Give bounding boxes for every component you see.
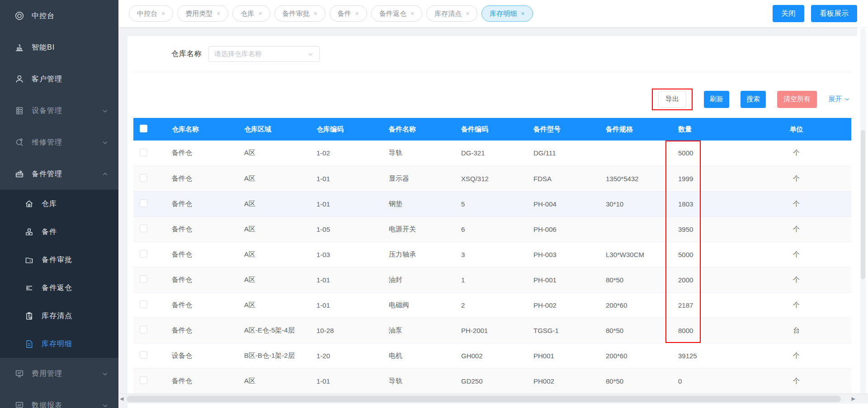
- close-icon[interactable]: ×: [466, 10, 469, 17]
- cell-数量: 1803: [669, 191, 741, 216]
- sidebar-item-库存明细[interactable]: 库存明细: [0, 330, 118, 358]
- scroll-left-icon[interactable]: ◀: [120, 396, 123, 402]
- tab-label: 库存清点: [434, 9, 462, 18]
- topbar: 中控台×费用类型×仓库×备件审批×备件×备件返仓×库存清点×库存明细× 关闭 看…: [118, 0, 868, 27]
- horizontal-scrollbar[interactable]: ◀ ▶: [118, 394, 868, 403]
- tab-label: 备件返仓: [379, 9, 406, 18]
- sidebar-item-智能BI[interactable]: 智能BI: [0, 32, 118, 63]
- row-checkbox[interactable]: [140, 174, 147, 182]
- vertical-scrollbar-thumb[interactable]: [861, 130, 865, 279]
- scroll-right-icon[interactable]: ▶: [852, 396, 855, 402]
- close-icon[interactable]: ×: [217, 10, 220, 17]
- row-checkbox[interactable]: [140, 300, 147, 308]
- table-row[interactable]: 备件仓A区1-01油封1PH-00180*502000个: [133, 267, 851, 292]
- cell-备件名称: 油泵: [380, 318, 452, 343]
- sidebar-item-中控台[interactable]: 中控台: [0, 0, 118, 32]
- table-header-row: 仓库名称仓库区域仓库编码备件名称备件编码备件型号备件规格数量单位: [133, 118, 851, 141]
- table-row[interactable]: 备件仓A区1-01显示器XSQ/312FDSA1350*54321999个: [133, 166, 851, 191]
- repair-icon: [14, 137, 24, 147]
- tab-备件审批[interactable]: 备件审批×: [274, 5, 326, 22]
- sidebar: 中控台智能BI客户管理设备管理维修管理备件管理 仓库备件备件审批备件返仓库存清点…: [0, 0, 118, 408]
- select-all-checkbox[interactable]: [140, 125, 147, 132]
- close-icon[interactable]: ×: [314, 10, 317, 17]
- expense-icon: [14, 369, 24, 379]
- column-header-仓库名称: 仓库名称: [163, 118, 235, 141]
- cell-仓库名称: 备件仓: [163, 267, 235, 292]
- sidebar-item-label: 智能BI: [32, 43, 55, 52]
- tab-label: 备件审批: [283, 9, 310, 18]
- tab-label: 中控台: [137, 9, 157, 18]
- cell-备件型号: PH-006: [524, 216, 597, 242]
- sidebar-item-费用管理[interactable]: 费用管理: [0, 358, 118, 389]
- cell-备件编码: XSQ/312: [452, 166, 524, 191]
- expand-link[interactable]: 展开: [828, 95, 850, 103]
- row-checkbox[interactable]: [140, 376, 147, 384]
- row-checkbox[interactable]: [140, 275, 147, 283]
- table-row[interactable]: 备件仓A区1-01钢垫5PH-00430*101803个: [133, 191, 851, 216]
- row-checkbox[interactable]: [140, 149, 147, 156]
- row-checkbox[interactable]: [140, 351, 147, 359]
- cell-备件名称: 电机: [380, 343, 452, 368]
- sidebar-item-label: 维修管理: [32, 138, 62, 147]
- cell-单位: 个: [741, 166, 851, 191]
- content-area: 仓库名称 请选择仓库名称 导出 刷新 搜索 清空所有 展开: [118, 27, 868, 408]
- warehouse-select[interactable]: 请选择仓库名称: [208, 46, 320, 62]
- actions-row: 导出 刷新 搜索 清空所有 展开: [127, 72, 857, 118]
- row-checkbox[interactable]: [140, 250, 147, 258]
- sidebar-item-客户管理[interactable]: 客户管理: [0, 63, 118, 95]
- sidebar-item-备件返仓[interactable]: 备件返仓: [0, 274, 118, 302]
- row-checkbox[interactable]: [140, 225, 147, 232]
- board-display-button[interactable]: 看板展示: [811, 5, 857, 22]
- cell-备件型号: PH-004: [524, 191, 597, 216]
- close-icon[interactable]: ×: [521, 10, 524, 17]
- sidebar-item-label: 设备管理: [32, 106, 62, 116]
- table-row[interactable]: 备件仓A区1-01导轨GD250PH00280*500个: [133, 368, 851, 394]
- cell-备件规格: 200*60: [597, 343, 669, 368]
- table-row[interactable]: 备件仓A区1-02导轨DG-321DG/1115000个: [133, 141, 851, 166]
- close-button[interactable]: 关闭: [773, 5, 804, 22]
- sidebar-item-label: 客户管理: [32, 75, 62, 84]
- close-icon[interactable]: ×: [161, 10, 165, 17]
- search-button[interactable]: 搜索: [741, 91, 766, 108]
- cell-备件型号: PH002: [524, 368, 597, 394]
- row-checkbox[interactable]: [140, 199, 147, 207]
- sidebar-item-数据报表[interactable]: 数据报表: [0, 389, 118, 408]
- clear-all-button[interactable]: 清空所有: [777, 91, 817, 108]
- sidebar-item-库存清点[interactable]: 库存清点: [0, 302, 118, 330]
- tab-备件返仓[interactable]: 备件返仓×: [371, 5, 422, 22]
- cell-单位: 个: [741, 292, 851, 318]
- tab-备件[interactable]: 备件×: [330, 5, 367, 22]
- horizontal-scrollbar-thumb[interactable]: [127, 396, 841, 402]
- row-checkbox[interactable]: [140, 326, 147, 333]
- table-row[interactable]: 设备仓B区-B仓-1架-2层1-20电机GH002PH001200*603912…: [133, 343, 851, 368]
- sidebar-item-维修管理[interactable]: 维修管理: [0, 127, 118, 158]
- select-placeholder: 请选择仓库名称: [214, 50, 307, 58]
- cell-仓库编码: 1-01: [307, 292, 380, 318]
- tab-费用类型[interactable]: 费用类型×: [177, 5, 228, 22]
- table-row[interactable]: 备件仓A区1-03压力轴承3PH-003L30*W30CM5000个: [133, 242, 851, 267]
- export-button[interactable]: 导出: [658, 91, 686, 108]
- close-icon[interactable]: ×: [355, 10, 359, 17]
- approval-icon: [24, 255, 34, 265]
- tab-库存清点[interactable]: 库存清点×: [426, 5, 477, 22]
- tab-仓库[interactable]: 仓库×: [232, 5, 270, 22]
- cell-仓库区域: A区: [235, 141, 307, 166]
- cell-数量: 2000: [669, 267, 741, 292]
- close-icon[interactable]: ×: [258, 10, 262, 17]
- table-row[interactable]: 备件仓A区1-01电磁阀2PH-002200*602187个: [133, 292, 851, 318]
- annotation-box-export: 导出: [652, 89, 693, 110]
- tab-库存明细[interactable]: 库存明细×: [481, 5, 533, 22]
- table-row[interactable]: 备件仓A区1-05电源开关6PH-0063950个: [133, 216, 851, 242]
- sidebar-item-仓库[interactable]: 仓库: [0, 190, 118, 218]
- sidebar-item-备件审批[interactable]: 备件审批: [0, 246, 118, 274]
- vertical-scrollbar[interactable]: [860, 28, 866, 394]
- sidebar-item-设备管理[interactable]: 设备管理: [0, 95, 118, 127]
- chevron-up-icon: [102, 171, 108, 178]
- sidebar-item-备件管理[interactable]: 备件管理: [0, 158, 118, 190]
- refresh-button[interactable]: 刷新: [704, 91, 729, 108]
- tab-中控台[interactable]: 中控台×: [129, 5, 173, 22]
- sidebar-item-备件[interactable]: 备件: [0, 218, 118, 246]
- table-row[interactable]: 备件仓A区-E仓-5架-4层10-28油泵PH-2001TGSG-180*508…: [133, 318, 851, 343]
- close-icon[interactable]: ×: [410, 10, 414, 17]
- tab-label: 费用类型: [185, 9, 212, 18]
